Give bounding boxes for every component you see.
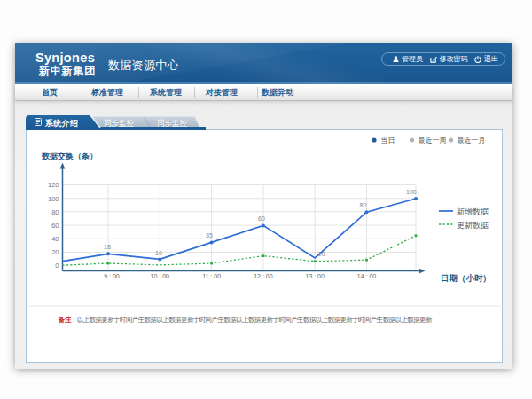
svg-text:60: 60 (51, 222, 59, 230)
svg-text:80: 80 (360, 202, 367, 208)
svg-text:10 : 00: 10 : 00 (151, 273, 170, 279)
svg-text:60: 60 (258, 215, 265, 222)
svg-text:120: 120 (48, 181, 59, 189)
svg-text:最近一月: 最近一月 (458, 137, 486, 145)
svg-text:14 : 00: 14 : 00 (357, 273, 377, 279)
svg-text:18: 18 (104, 244, 111, 250)
svg-text:13 : 00: 13 : 00 (305, 273, 325, 279)
svg-text:12 : 00: 12 : 00 (254, 273, 273, 279)
svg-text:80: 80 (51, 208, 59, 216)
svg-text:10: 10 (318, 251, 325, 257)
svg-text:最近一周: 最近一周 (419, 137, 447, 145)
svg-text:备注：以上数据更新于时间产生数据以上数据更新于时间产生数据以: 备注：以上数据更新于时间产生数据以上数据更新于时间产生数据以上数据更新于时间产生… (58, 316, 433, 324)
svg-text:新增数据: 新增数据 (457, 207, 489, 216)
svg-text:35: 35 (206, 232, 213, 239)
svg-text:10: 10 (155, 250, 162, 256)
svg-text:100: 100 (406, 189, 417, 195)
svg-text:当日: 当日 (381, 137, 395, 145)
svg-text:100: 100 (48, 195, 59, 203)
svg-text:9 : 00: 9 : 00 (104, 273, 120, 279)
svg-text:20: 20 (51, 248, 59, 256)
svg-text:日期（小时）: 日期（小时） (441, 273, 491, 284)
svg-text:更新数据: 更新数据 (457, 221, 489, 230)
svg-text:数据交换（条）: 数据交换（条） (41, 152, 98, 160)
svg-text:11 : 00: 11 : 00 (202, 273, 221, 279)
svg-text:40: 40 (51, 235, 59, 243)
svg-text:0: 0 (55, 262, 59, 270)
